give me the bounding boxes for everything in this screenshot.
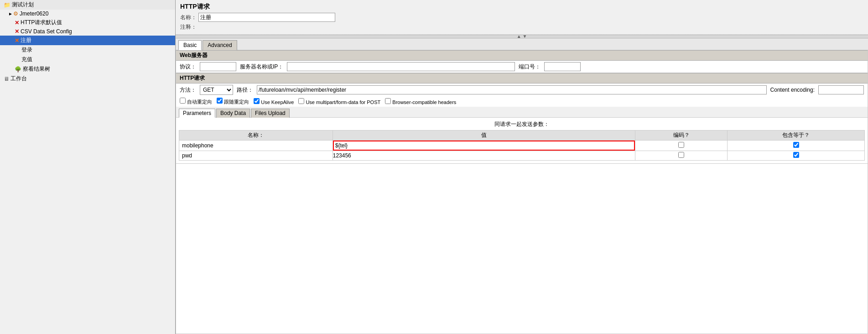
- sidebar-item-test-plan[interactable]: 📁 测试计划: [0, 0, 175, 10]
- method-select[interactable]: GET POST PUT DELETE: [200, 85, 233, 95]
- jmeter-icon: ⚙: [13, 10, 18, 17]
- sidebar-item-label: CSV Data Set Config: [21, 28, 72, 35]
- follow-redirect-checkbox[interactable]: [217, 98, 223, 104]
- protocol-label: 协议：: [180, 63, 196, 71]
- follow-redirect-checkbox-label[interactable]: 跟随重定向: [217, 98, 249, 105]
- sidebar-item-label: 测试计划: [12, 1, 34, 9]
- main-title: HTTP请求: [180, 3, 863, 11]
- param-include-checkbox-pwd[interactable]: [793, 152, 799, 158]
- param-include-cell: [728, 141, 865, 151]
- path-label: 路径：: [237, 86, 253, 94]
- sidebar-item-label: 察看结果树: [23, 65, 50, 73]
- col-include-header: 包含等于？: [728, 130, 865, 141]
- param-name-cell: mobilephone: [179, 141, 333, 151]
- http-request-section: HTTP请求 方法： GET POST PUT DELETE 路径： Conte…: [176, 73, 868, 164]
- inner-tab-body[interactable]: Body Data: [216, 109, 250, 118]
- x-icon: ✕: [15, 20, 19, 26]
- keep-alive-checkbox[interactable]: [254, 98, 260, 104]
- main-scroll: Web服务器 协议： 服务器名称或IP： 端口号： HTTP请求 方法： GET…: [176, 50, 868, 334]
- table-row: pwd 123456: [179, 151, 865, 161]
- sidebar-item-label: 注册: [21, 37, 31, 44]
- name-row: 名称：: [180, 13, 863, 22]
- port-label: 端口号：: [519, 63, 541, 71]
- scroll-indicator: ▲ ▼: [176, 35, 868, 38]
- method-label: 方法：: [180, 86, 196, 94]
- name-label: 名称：: [180, 14, 197, 21]
- auto-redirect-checkbox-label[interactable]: 自动重定向: [180, 98, 212, 105]
- param-encode-cell-pwd: [635, 151, 728, 161]
- inner-tabs: Parameters Body Data Files Upload: [176, 107, 868, 118]
- param-value-text-pwd: 123456: [333, 152, 351, 159]
- web-server-label: Web服务器: [180, 52, 208, 58]
- param-encode-checkbox-mobilephone[interactable]: [678, 142, 684, 148]
- folder-icon: 📁: [4, 2, 10, 8]
- tab-basic[interactable]: Basic: [178, 40, 202, 50]
- port-input[interactable]: [544, 62, 581, 71]
- main-header: HTTP请求 名称： 注释：: [176, 0, 868, 35]
- sidebar-item-csv-config[interactable]: ✕ CSV Data Set Config: [0, 27, 175, 36]
- main-panel: HTTP请求 名称： 注释： ▲ ▼ Basic Advanced Web服务器…: [176, 0, 868, 334]
- server-label: 服务器名称或IP：: [240, 63, 283, 71]
- param-value-input-mobilephone[interactable]: [333, 141, 635, 151]
- encoding-label: Content encoding:: [770, 87, 815, 93]
- param-include-cell-pwd: [728, 151, 865, 161]
- params-container: 同请求一起发送参数： 名称： 值 编码？ 包含等于？ mobilephone: [176, 118, 868, 163]
- tree-icon: 🌳: [15, 66, 21, 73]
- inner-tab-files[interactable]: Files Upload: [251, 109, 290, 118]
- web-server-body: 协议： 服务器名称或IP： 端口号：: [176, 61, 868, 73]
- sidebar-item-label: 充值: [21, 56, 32, 63]
- sidebar-item-http-default[interactable]: ✕ HTTP请求默认值: [0, 18, 175, 27]
- name-input[interactable]: [198, 13, 335, 22]
- checkboxes-row: 自动重定向 跟随重定向 Use KeepAlive Use multipart/…: [176, 96, 868, 107]
- sidebar-item-workbench[interactable]: 🖥 工作台: [0, 74, 175, 84]
- sidebar-item-result-tree[interactable]: 🌳 察看结果树: [0, 64, 175, 74]
- expand-icon: ▸: [9, 10, 12, 17]
- param-include-checkbox-mobilephone[interactable]: [793, 142, 799, 148]
- tabs-header: Basic Advanced: [176, 38, 868, 50]
- param-value-cell[interactable]: [333, 141, 635, 151]
- comment-row: 注释：: [180, 23, 863, 31]
- params-title: 同请求一起发送参数：: [179, 120, 865, 128]
- web-server-section: Web服务器 协议： 服务器名称或IP： 端口号：: [176, 50, 868, 73]
- encoding-input[interactable]: [818, 85, 864, 94]
- param-value-cell-pwd[interactable]: 123456: [333, 151, 635, 161]
- auto-redirect-checkbox[interactable]: [180, 98, 186, 104]
- server-input[interactable]: [287, 62, 515, 71]
- keep-alive-checkbox-label[interactable]: Use KeepAlive: [254, 98, 294, 105]
- protocol-input[interactable]: [200, 62, 236, 71]
- comment-label: 注释：: [180, 23, 197, 31]
- multipart-checkbox-label[interactable]: Use multipart/form-data for POST: [298, 98, 380, 105]
- method-path-row: 方法： GET POST PUT DELETE 路径： Content enco…: [176, 84, 868, 96]
- http-request-label: HTTP请求: [180, 75, 205, 81]
- sidebar-item-login[interactable]: 登录: [0, 45, 175, 55]
- x-icon: ✕: [15, 28, 19, 35]
- col-encode-header: 编码？: [635, 130, 728, 141]
- params-table: 名称： 值 编码？ 包含等于？ mobilephone: [179, 130, 865, 161]
- sidebar-item-jmeter[interactable]: ▸ ⚙ Jmeter0620: [0, 10, 175, 18]
- param-encode-checkbox-pwd[interactable]: [678, 152, 684, 158]
- col-value-header: 值: [333, 130, 635, 141]
- path-input[interactable]: [257, 85, 767, 94]
- browser-headers-checkbox-label[interactable]: Browser-compatible headers: [385, 98, 456, 105]
- param-encode-cell: [635, 141, 728, 151]
- table-row: mobilephone: [179, 141, 865, 151]
- workbench-icon: 🖥: [4, 76, 9, 82]
- multipart-checkbox[interactable]: [298, 98, 304, 104]
- sidebar: 📁 测试计划 ▸ ⚙ Jmeter0620 ✕ HTTP请求默认值 ✕ CSV …: [0, 0, 176, 334]
- x-icon: ✕: [15, 37, 19, 44]
- tab-advanced[interactable]: Advanced: [203, 40, 237, 50]
- web-server-header: Web服务器: [176, 50, 868, 61]
- inner-tab-parameters[interactable]: Parameters: [179, 109, 215, 118]
- col-name-header: 名称：: [179, 130, 333, 141]
- sidebar-item-label: Jmeter0620: [20, 10, 48, 17]
- sidebar-item-label: HTTP请求默认值: [21, 19, 62, 26]
- browser-headers-checkbox[interactable]: [385, 98, 391, 104]
- sidebar-item-label: 工作台: [10, 75, 27, 83]
- sidebar-item-register[interactable]: ✕ 注册: [0, 36, 175, 45]
- http-request-header: HTTP请求: [176, 73, 868, 84]
- param-name-cell: pwd: [179, 151, 333, 161]
- sidebar-item-recharge[interactable]: 充值: [0, 55, 175, 64]
- sidebar-item-label: 登录: [21, 46, 32, 54]
